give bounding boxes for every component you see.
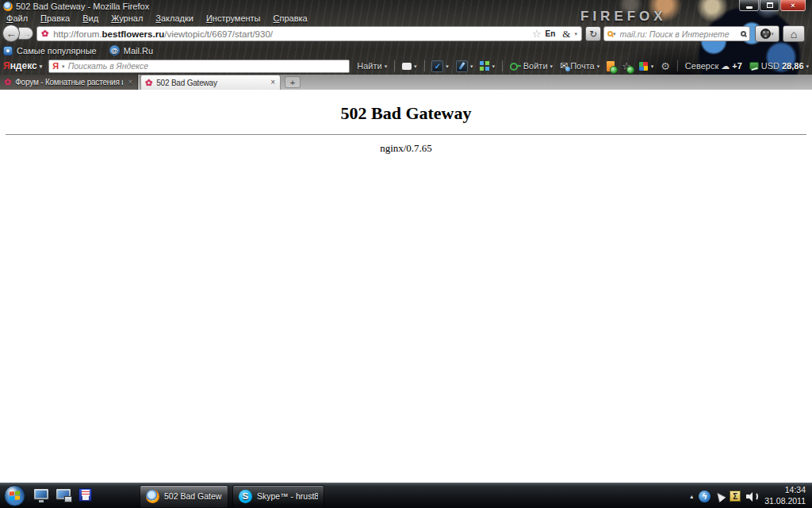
menu-bookmarks[interactable]: Закладки [149, 13, 200, 23]
start-button[interactable] [4, 485, 25, 506]
chevron-down-icon[interactable]: ▾ [574, 31, 577, 37]
cloud-icon: ☁ [721, 61, 730, 71]
addon-button[interactable]: ▾ [755, 25, 779, 42]
yandex-messenger-button[interactable]: ▾ [402, 63, 417, 70]
tray-cursor-icon[interactable] [714, 491, 726, 502]
window-title: 502 Bad Gateway - Mozilla Firefox [16, 2, 149, 11]
close-button[interactable]: × [780, 0, 806, 11]
sound-wave-icon [752, 492, 758, 501]
minimize-button[interactable] [739, 0, 759, 11]
menu-edit[interactable]: Правка [34, 13, 76, 23]
computer-icon[interactable] [56, 488, 71, 500]
currency-code: USD [761, 61, 779, 71]
search-input[interactable] [620, 29, 741, 39]
menu-help[interactable]: Справка [267, 13, 314, 23]
url-bar-right-icons: ☆ En & ▾ [532, 28, 577, 40]
taskbar-clock[interactable]: 14:34 31.08.2011 [764, 485, 809, 506]
web-search-box[interactable]: ▾ [603, 26, 750, 41]
taskbar-firefox-button[interactable]: 502 Bad Gateway ... [140, 485, 228, 507]
search-engine-icon [607, 31, 613, 37]
bookmark-label: Самые популярные [17, 46, 97, 56]
chevron-down-icon: ▾ [470, 64, 473, 69]
chart-icon [749, 62, 759, 70]
reload-button[interactable]: ↻ [585, 26, 601, 41]
tab-favicon: ✿ [145, 79, 152, 87]
yandex-favorites-button[interactable]: ☆ [622, 61, 631, 71]
star-icon: ☆ [622, 61, 631, 71]
volume-icon[interactable] [746, 491, 759, 502]
navigation-toolbar: ← → ✿ http://forum.bestflowers.ru/viewto… [0, 24, 812, 44]
divider [6, 134, 806, 135]
bookmark-most-popular[interactable]: Самые популярные [3, 46, 97, 56]
yandex-downloads-button[interactable] [607, 61, 615, 71]
search-submit-icon[interactable] [741, 31, 746, 37]
menu-view[interactable]: Вид [76, 13, 105, 23]
yandex-search-box[interactable]: Я ▾ [48, 60, 350, 73]
page-content: 502 Bad Gateway nginx/0.7.65 [0, 90, 812, 483]
menu-tools[interactable]: Инструменты [200, 13, 267, 23]
file-manager-icon[interactable] [79, 488, 92, 502]
envelope-icon: ✉ [560, 61, 568, 71]
yandex-mail-button[interactable]: ✉ Почта ▾ [560, 61, 599, 71]
url-text: http://forum.bestflowers.ru/viewtopic/t/… [53, 29, 532, 39]
show-desktop-icon[interactable] [33, 488, 49, 500]
taskbar-button-label: 502 Bad Gateway ... [164, 491, 222, 501]
yandex-currency-widget[interactable]: USD 28,86 ▾ [749, 61, 809, 71]
tab-favicon: ✿ [4, 78, 11, 87]
most-popular-icon [3, 46, 13, 56]
key-icon [510, 61, 521, 71]
show-hidden-icons-button[interactable]: ▴ [690, 493, 693, 500]
chevron-down-icon[interactable]: ▾ [62, 64, 65, 69]
document-icon [607, 61, 615, 71]
window-controls: × [738, 0, 806, 11]
yandex-spellcheck-button[interactable]: ✓ ▾ [431, 60, 449, 72]
taskbar-skype-button[interactable]: S Skype™ - hrust842 [232, 485, 324, 507]
toolbar-separator [424, 60, 425, 71]
clock-time: 14:34 [764, 485, 806, 496]
menu-file[interactable]: Файл [0, 13, 34, 23]
plus-icon: + [290, 78, 295, 87]
yandex-find-button[interactable]: Найти ▾ [357, 61, 387, 71]
mailru-at-icon: @ [109, 45, 120, 56]
tab-forum[interactable]: ✿ Форум - Комнатные растения и цве... × [0, 75, 138, 90]
home-icon: ⌂ [791, 28, 797, 40]
yandex-weather-widget[interactable]: Северск ☁ +7 [685, 61, 742, 71]
error-heading: 502 Bad Gateway [0, 103, 812, 124]
restore-icon [767, 2, 773, 8]
system-tray: ▴ ϟ Σ 14:34 31.08.2011 [690, 483, 809, 508]
firefox-icon [146, 490, 159, 503]
bookmark-mailru[interactable]: @ Mail.Ru [109, 45, 153, 56]
minimize-icon [746, 6, 753, 9]
yandex-services-button[interactable]: ▾ [480, 61, 495, 71]
forward-icon: → [23, 29, 31, 38]
tray-bolt-icon[interactable]: ϟ [699, 491, 710, 502]
menu-history[interactable]: Журнал [105, 13, 149, 23]
yandex-logo[interactable]: Яндекс ▾ [3, 60, 42, 71]
tab-close-icon[interactable]: × [270, 79, 276, 87]
back-button[interactable]: ← [2, 25, 20, 42]
tab-close-icon[interactable]: × [127, 79, 133, 87]
tray-sigma-icon[interactable]: Σ [730, 491, 741, 502]
forward-button[interactable]: → [18, 27, 33, 40]
chevron-down-icon: ▾ [385, 64, 388, 69]
bookmark-star-icon[interactable]: ☆ [532, 29, 542, 39]
tab-502-bad-gateway[interactable]: ✿ 502 Bad Gateway × [140, 75, 281, 90]
yandex-ya-icon: Я [52, 61, 59, 71]
reload-icon: ↻ [589, 29, 597, 40]
url-bar[interactable]: ✿ http://forum.bestflowers.ru/viewtopic/… [36, 26, 582, 41]
browser-chrome: FIREFOX 502 Bad Gateway - Mozilla Firefo… [0, 0, 812, 90]
yandex-login-button[interactable]: Войти ▾ [510, 61, 553, 71]
home-button[interactable]: ⌂ [783, 25, 805, 42]
language-indicator[interactable]: En [546, 29, 556, 38]
yandex-market-button[interactable]: ▾ [638, 61, 654, 71]
yandex-settings-button[interactable]: ⚙ [661, 61, 670, 71]
addon-ampersand-icon[interactable]: & [562, 28, 570, 40]
maximize-button[interactable] [760, 0, 779, 11]
yandex-search-input[interactable] [68, 61, 347, 71]
firefox-icon [3, 2, 13, 11]
menubar: Файл Правка Вид Журнал Закладки Инструме… [0, 13, 571, 24]
chevron-down-icon: ▾ [414, 64, 417, 69]
chevron-down-icon: ▾ [806, 64, 810, 69]
yandex-translate-button[interactable]: ▾ [456, 60, 473, 72]
new-tab-button[interactable]: + [285, 76, 301, 88]
